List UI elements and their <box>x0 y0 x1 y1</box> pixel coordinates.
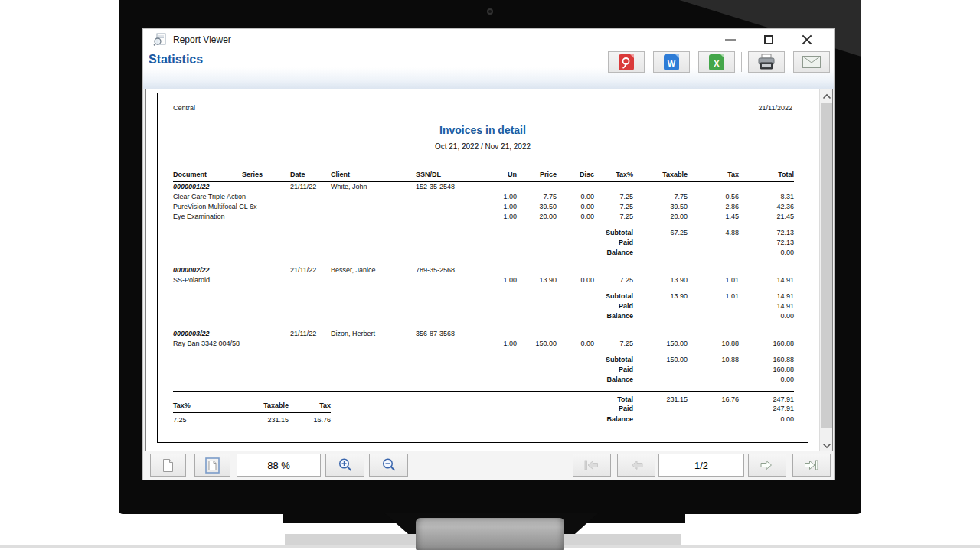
report-viewer-window: Report Viewer Statistics W <box>142 28 835 480</box>
subtotal-taxable: 13.90 <box>633 291 688 301</box>
invoice-item-row: Ray Ban 3342 004/581.00150.000.007.25150… <box>173 338 794 348</box>
subtotal-tax: 1.01 <box>688 291 739 301</box>
scrollbar-thumb[interactable] <box>821 103 832 428</box>
grand-total-row: Tax% Taxable Tax 7.25 231.15 16.76 <box>173 392 794 403</box>
item-tax: 1.01 <box>688 275 739 285</box>
subtotal-total: 72.13 <box>739 227 794 237</box>
report-period: Oct 21, 2022 / Nov 21, 2022 <box>173 142 792 151</box>
window-title: Report Viewer <box>173 34 231 45</box>
zoom-level-value: 88 % <box>267 460 290 471</box>
close-button[interactable] <box>788 32 826 47</box>
fit-page-view-button[interactable] <box>194 454 230 477</box>
subtotal-label: Subtotal <box>594 354 633 364</box>
report-viewer-icon <box>153 33 167 46</box>
zoom-level-field[interactable]: 88 % <box>237 454 321 477</box>
subtotal-taxable: 67.25 <box>633 227 688 237</box>
item-taxable: 39.50 <box>633 201 688 211</box>
chevron-up-icon <box>822 93 831 99</box>
paid-row: Paid14.91 <box>173 301 794 311</box>
item-disc: 0.00 <box>557 201 594 211</box>
tax-summary-cell: Tax% Taxable Tax 7.25 231.15 16.76 <box>173 392 492 425</box>
scroll-down-button[interactable] <box>820 439 833 452</box>
zoom-out-button[interactable] <box>369 454 408 477</box>
item-taxpct: 7.25 <box>594 338 633 348</box>
page-number-field[interactable]: 1/2 <box>658 454 744 477</box>
item-tax: 10.88 <box>688 338 739 348</box>
item-price: 13.90 <box>517 275 557 285</box>
tax-summary-taxable: 231.15 <box>217 412 289 424</box>
maximize-button[interactable] <box>750 32 788 47</box>
print-button[interactable] <box>748 51 785 73</box>
col-ssn: SSN/DL <box>416 168 492 182</box>
page-number-value: 1/2 <box>694 460 708 471</box>
col-taxpct: Tax% <box>594 168 633 182</box>
email-button[interactable] <box>793 51 830 73</box>
tax-summary-value-row: 7.25 231.15 16.76 <box>173 412 331 424</box>
subtotal-row: Subtotal150.0010.88160.88 <box>173 354 794 364</box>
window-controls <box>711 32 826 47</box>
total-tax: 16.76 <box>688 392 739 403</box>
subtotal-label: Subtotal <box>594 227 633 237</box>
scroll-up-button[interactable] <box>820 89 833 103</box>
report-viewport: Central 21/11/2022 Invoices in detail Oc… <box>145 89 833 453</box>
invoice-item-row: Eye Examination1.0020.000.007.2520.001.4… <box>173 211 794 221</box>
zoom-in-button[interactable] <box>325 454 364 477</box>
tax-summary-col-taxpct: Tax% <box>173 399 217 412</box>
first-page-button[interactable] <box>573 454 611 477</box>
item-tax: 2.86 <box>688 201 739 211</box>
export-word-button[interactable]: W <box>653 51 690 73</box>
first-page-icon <box>583 460 600 470</box>
subtotal-taxable: 150.00 <box>633 354 688 364</box>
toolbar-separator <box>741 52 742 72</box>
item-description: Eye Examination <box>173 211 492 221</box>
export-pdf-button[interactable] <box>608 51 645 73</box>
item-taxable: 150.00 <box>633 338 688 348</box>
last-page-button[interactable] <box>792 454 831 477</box>
previous-page-button[interactable] <box>617 454 655 477</box>
vertical-scrollbar[interactable] <box>819 89 832 452</box>
minimize-icon <box>725 39 736 41</box>
invoice-date: 21/11/22 <box>290 181 331 191</box>
zoom-out-icon <box>381 457 397 473</box>
balance-row: Balance0.00 <box>173 374 794 384</box>
paid-amount: 160.88 <box>739 364 794 374</box>
previous-page-icon <box>628 460 645 470</box>
item-price: 7.75 <box>517 191 557 201</box>
item-taxable: 20.00 <box>633 211 688 221</box>
item-disc: 0.00 <box>557 191 594 201</box>
balance-label: Balance <box>594 311 633 321</box>
paid-row: Paid160.88 <box>173 364 794 374</box>
item-description: PureVision Multifocal CL 6x <box>173 201 492 211</box>
pdf-export-icon <box>619 54 634 70</box>
spacer-row <box>173 257 794 265</box>
spacer-row <box>173 348 794 354</box>
paid-row: Paid72.13 <box>173 237 794 247</box>
invoice-table-header: Document Series Date Client SSN/DL Un Pr… <box>173 168 794 182</box>
spacer-row <box>173 221 794 227</box>
paid-amount: 14.91 <box>739 301 794 311</box>
next-page-icon <box>759 460 776 470</box>
next-page-button[interactable] <box>748 454 786 477</box>
email-icon <box>802 56 821 68</box>
item-un: 1.00 <box>492 275 517 285</box>
item-tax: 1.45 <box>688 211 739 221</box>
invoice-number: 0000001/22 <box>173 181 242 191</box>
minimize-button[interactable] <box>711 32 750 47</box>
last-page-icon <box>803 460 820 470</box>
item-description: Clear Care Triple Action <box>173 191 492 201</box>
balance-amount: 0.00 <box>739 247 794 257</box>
view-controls-group: 88 % <box>150 454 408 477</box>
single-page-view-button[interactable] <box>150 454 186 477</box>
item-price: 150.00 <box>517 338 557 348</box>
item-taxpct: 7.25 <box>594 275 633 285</box>
spacer-row <box>173 285 794 291</box>
item-un: 1.00 <box>492 211 517 221</box>
report-page-header: Central 21/11/2022 <box>173 104 792 112</box>
total-taxable: 231.15 <box>633 392 688 403</box>
item-total: 14.91 <box>739 275 794 285</box>
balance-row: Balance0.00 <box>173 247 794 257</box>
export-excel-button[interactable]: X <box>698 51 735 73</box>
paid-label: Paid <box>594 403 633 414</box>
invoice-item-row: Clear Care Triple Action1.007.750.007.25… <box>173 191 794 201</box>
header-row: Document Series Date Client SSN/DL Un Pr… <box>173 168 794 182</box>
